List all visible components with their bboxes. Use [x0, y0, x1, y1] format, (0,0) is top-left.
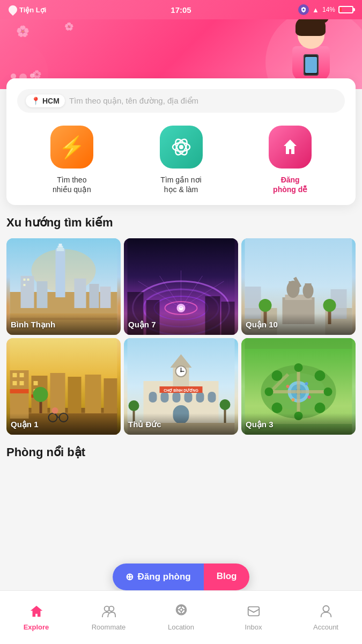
account-label: Account — [313, 623, 338, 631]
svg-point-119 — [315, 402, 326, 413]
svg-rect-72 — [50, 373, 65, 413]
quan7-name: Quận 7 — [128, 320, 156, 329]
svg-rect-75 — [104, 378, 117, 413]
svg-rect-50 — [305, 283, 312, 293]
svg-rect-16 — [59, 244, 62, 247]
people-icon — [101, 604, 116, 621]
nav-inbox[interactable]: Inbox — [217, 599, 290, 635]
app-logo-text: Tiện Lợi — [19, 6, 46, 14]
bottom-nav: Explore Roommate Location — [0, 590, 362, 644]
svg-point-82 — [33, 387, 48, 402]
nav-roommate[interactable]: Roommate — [72, 599, 145, 635]
svg-point-140 — [323, 606, 329, 612]
post-room-label: Đăngphòng dễ — [273, 175, 307, 194]
battery-percentage: 14% — [322, 6, 335, 13]
svg-rect-19 — [75, 279, 86, 308]
svg-rect-128 — [245, 338, 352, 349]
svg-point-2 — [179, 145, 183, 149]
search-bar[interactable]: 📍 HCM Tìm theo quận, tên đường, địa điểm — [17, 89, 345, 113]
svg-point-102 — [129, 400, 139, 411]
svg-point-126 — [292, 398, 295, 401]
svg-point-1 — [303, 9, 304, 10]
svg-point-122 — [265, 387, 274, 396]
location-card-thu-duc[interactable]: CHỢ BÌNH DƯƠNG Thủ Đức — [124, 338, 238, 435]
location-card-quan1[interactable]: Quận 1 — [6, 338, 121, 435]
location-card-quan3[interactable]: Quận 3 — [241, 338, 356, 435]
nav-explore[interactable]: Explore — [0, 599, 72, 635]
nav-location[interactable]: Location — [145, 599, 217, 635]
register-room-label: Đăng phòng — [138, 572, 191, 582]
binh-thanh-overlay: Bình Thạnh — [6, 313, 121, 335]
quan7-overlay: Quận 7 — [124, 313, 238, 335]
svg-point-56 — [259, 299, 272, 312]
inbox-label: Inbox — [245, 623, 262, 631]
person-icon — [319, 604, 334, 621]
svg-rect-73 — [68, 377, 82, 413]
svg-point-116 — [272, 370, 283, 381]
blog-btn[interactable]: Blog — [204, 564, 250, 590]
svg-rect-139 — [248, 607, 259, 616]
quan3-overlay: Quận 3 — [241, 413, 356, 435]
status-bar-left: Tiện Lợi — [9, 5, 46, 14]
selected-location: HCM — [42, 97, 60, 105]
svg-rect-90 — [184, 392, 193, 402]
location-grid: Bình Thạnh — [6, 238, 356, 435]
svg-rect-20 — [90, 284, 99, 308]
location-card-quan7[interactable]: Quận 7 — [124, 238, 238, 335]
svg-point-120 — [294, 363, 303, 372]
quan10-name: Quận 10 — [246, 320, 278, 329]
svg-rect-21 — [100, 287, 111, 308]
svg-rect-23 — [27, 279, 29, 281]
nav-account[interactable]: Account — [290, 599, 362, 635]
inbox-icon — [246, 604, 261, 621]
location-label: Location — [168, 623, 194, 631]
lightning-icon-circle: ⚡ — [50, 126, 93, 169]
flower-decoration-2: 🌸 — [64, 22, 73, 31]
svg-point-127 — [308, 396, 311, 399]
room-section-title: Phòng nổi bật — [6, 445, 85, 459]
svg-point-118 — [272, 402, 283, 413]
lightning-icon: ⚡ — [58, 135, 85, 160]
add-home-icon: + — [278, 135, 302, 159]
multi-district-btn[interactable]: ⚡ Tìm theonhiều quận — [17, 126, 127, 194]
svg-point-104 — [220, 399, 231, 410]
location-pin-icon — [7, 4, 19, 16]
svg-rect-63 — [13, 373, 17, 377]
svg-rect-67 — [10, 389, 29, 393]
svg-rect-74 — [85, 375, 101, 413]
status-bar-right: ▲ 14% — [298, 4, 353, 15]
svg-point-123 — [324, 387, 333, 396]
search-placeholder[interactable]: Tìm theo quận, tên đường, địa điểm — [69, 96, 336, 106]
blog-label: Blog — [217, 571, 237, 581]
location-pill[interactable]: 📍 HCM — [26, 94, 65, 107]
location-icon — [174, 604, 189, 621]
svg-rect-24 — [24, 284, 26, 286]
svg-point-133 — [180, 608, 183, 611]
svg-point-117 — [315, 370, 326, 381]
svg-rect-114 — [299, 390, 326, 393]
svg-rect-69 — [34, 381, 38, 385]
svg-rect-66 — [20, 381, 24, 385]
action-buttons: ⚡ Tìm theonhiều quận Tìm gần nơihọc & là… — [17, 126, 345, 194]
svg-point-125 — [305, 382, 308, 385]
hero-illustration — [292, 22, 330, 81]
svg-rect-88 — [161, 392, 169, 402]
floating-action-bar: ⊕ Đăng phòng Blog — [113, 564, 250, 590]
pin-icon: 📍 — [31, 97, 40, 105]
signal-icon: ▲ — [312, 6, 319, 14]
post-room-btn[interactable]: + Đăngphòng dễ — [235, 126, 345, 194]
near-work-btn[interactable]: Tìm gần nơihọc & làm — [127, 126, 236, 194]
main-card: 📍 HCM Tìm theo quận, tên đường, địa điểm… — [6, 78, 356, 205]
home-icon — [29, 604, 44, 621]
plus-icon: ⊕ — [125, 571, 134, 583]
add-home-icon-circle: + — [269, 126, 312, 169]
location-card-quan10[interactable]: Quận 10 — [241, 238, 356, 335]
flower-decoration-1: 🌸 — [16, 25, 29, 38]
svg-rect-65 — [13, 381, 17, 385]
svg-rect-18 — [37, 281, 48, 308]
svg-rect-62 — [10, 370, 29, 419]
register-room-btn[interactable]: ⊕ Đăng phòng — [113, 564, 204, 590]
location-card-binh-thanh[interactable]: Bình Thạnh — [6, 238, 121, 335]
quan1-overlay: Quận 1 — [6, 413, 121, 435]
svg-rect-91 — [196, 392, 204, 402]
